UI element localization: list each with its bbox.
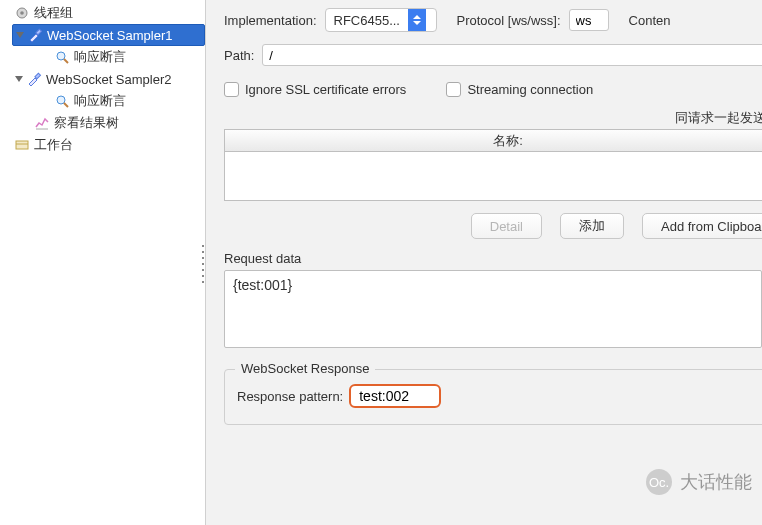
svg-point-1	[20, 11, 24, 15]
svg-rect-5	[35, 73, 41, 79]
tree-label: WebSocket Sampler1	[47, 28, 173, 43]
svg-point-6	[57, 96, 65, 104]
dropper-icon	[26, 71, 42, 87]
dropper-icon	[27, 27, 43, 43]
path-label: Path:	[224, 48, 254, 63]
streaming-checkbox[interactable]: Streaming connection	[446, 82, 593, 97]
tree-item-thread-group[interactable]: 线程组	[0, 2, 205, 24]
ignore-ssl-label: Ignore SSL certificate errors	[245, 82, 406, 97]
websocket-response-fieldset: WebSocket Response Response pattern:	[224, 369, 762, 425]
checkbox-icon	[446, 82, 461, 97]
tree-label: 察看结果树	[54, 114, 119, 132]
implementation-label: Implementation:	[224, 13, 317, 28]
checkbox-icon	[224, 82, 239, 97]
ws-response-legend: WebSocket Response	[235, 361, 375, 376]
tree-label: 响应断言	[74, 92, 126, 110]
form-panel: Implementation: RFC6455... Protocol [ws/…	[206, 0, 762, 525]
tree-panel: 线程组 WebSocket Sampler1 响应断言 WebSocket Sa…	[0, 0, 206, 525]
workbench-icon	[14, 137, 30, 153]
watermark-icon: Oc.	[646, 469, 672, 495]
chevron-down-icon[interactable]	[15, 76, 23, 82]
tree-label: 线程组	[34, 4, 73, 22]
svg-point-3	[57, 52, 65, 60]
request-data-textarea[interactable]	[224, 270, 762, 348]
chart-icon	[34, 115, 50, 131]
select-stepper-icon	[408, 9, 426, 31]
send-params-note: 同请求一起发送参数	[224, 109, 762, 127]
tree-item-sampler2[interactable]: WebSocket Sampler2	[12, 68, 205, 90]
tree-item-view-results[interactable]: 察看结果树	[20, 112, 205, 134]
response-pattern-input[interactable]	[349, 384, 441, 408]
svg-line-4	[64, 59, 68, 63]
streaming-label: Streaming connection	[467, 82, 593, 97]
tree-item-workbench[interactable]: 工作台	[0, 134, 205, 156]
implementation-select[interactable]: RFC6455...	[325, 8, 437, 32]
implementation-value: RFC6455...	[326, 13, 408, 28]
magnifier-icon	[54, 93, 70, 109]
svg-rect-9	[16, 141, 28, 149]
protocol-label: Protocol [ws/wss]:	[457, 13, 561, 28]
request-data-label: Request data	[224, 251, 762, 266]
response-pattern-label: Response pattern:	[237, 389, 343, 404]
content-label-cut: Conten	[629, 13, 671, 28]
ignore-ssl-checkbox[interactable]: Ignore SSL certificate errors	[224, 82, 406, 97]
svg-rect-2	[36, 29, 42, 35]
tree-item-sampler1[interactable]: WebSocket Sampler1	[12, 24, 205, 46]
params-table[interactable]: 名称:	[224, 129, 762, 201]
protocol-input[interactable]	[569, 9, 609, 31]
tree-item-assert2[interactable]: 响应断言	[40, 90, 205, 112]
params-table-header: 名称:	[225, 130, 762, 152]
path-input[interactable]	[262, 44, 762, 66]
add-from-clipboard-button[interactable]: Add from Clipboard	[642, 213, 762, 239]
tree-label: 响应断言	[74, 48, 126, 66]
gear-icon	[14, 5, 30, 21]
detail-button[interactable]: Detail	[471, 213, 542, 239]
tree-item-assert1[interactable]: 响应断言	[40, 46, 205, 68]
chevron-down-icon[interactable]	[16, 32, 24, 38]
add-button[interactable]: 添加	[560, 213, 624, 239]
svg-line-7	[64, 103, 68, 107]
tree-label: WebSocket Sampler2	[46, 72, 172, 87]
watermark-text: 大话性能	[680, 470, 752, 494]
watermark: Oc. 大话性能	[646, 469, 752, 495]
tree-label: 工作台	[34, 136, 73, 154]
magnifier-icon	[54, 49, 70, 65]
